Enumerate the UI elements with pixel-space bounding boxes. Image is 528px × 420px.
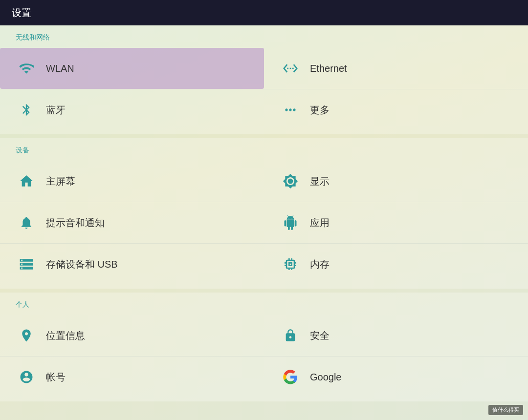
- section-device: 设备 主屏幕 显示: [0, 138, 528, 289]
- setting-item-memory[interactable]: 内存: [264, 243, 528, 285]
- google-icon: [280, 366, 301, 388]
- bluetooth-label: 蓝牙: [46, 104, 66, 117]
- lock-icon: [280, 325, 301, 346]
- memory-icon: [280, 253, 301, 275]
- personal-grid: 位置信息 安全 帐号: [0, 315, 528, 398]
- storage-label: 存储设备和 USB: [46, 258, 118, 271]
- setting-item-notification[interactable]: 提示音和通知: [0, 202, 264, 243]
- memory-label: 内存: [310, 258, 330, 271]
- section-wireless: 无线和网络 WLAN Ethernet: [0, 25, 528, 134]
- location-icon: [16, 325, 37, 346]
- location-label: 位置信息: [46, 329, 85, 342]
- setting-item-google[interactable]: Google: [264, 356, 528, 398]
- setting-item-more[interactable]: 更多: [264, 89, 528, 130]
- more-label: 更多: [310, 104, 330, 117]
- ethernet-icon: [280, 58, 301, 79]
- setting-item-apps[interactable]: 应用: [264, 202, 528, 243]
- page-title: 设置: [12, 6, 31, 20]
- section-header-personal: 个人: [0, 300, 528, 315]
- ethernet-label: Ethernet: [310, 63, 347, 74]
- setting-item-accounts[interactable]: 帐号: [0, 356, 264, 398]
- setting-item-home[interactable]: 主屏幕: [0, 161, 264, 202]
- display-label: 显示: [310, 175, 330, 188]
- accounts-label: 帐号: [46, 371, 66, 384]
- setting-item-bluetooth[interactable]: 蓝牙: [0, 89, 264, 130]
- bluetooth-icon: [16, 99, 37, 121]
- section-header-device: 设备: [0, 146, 528, 161]
- setting-item-storage[interactable]: 存储设备和 USB: [0, 243, 264, 285]
- device-grid: 主屏幕 显示 提示音和通知: [0, 161, 528, 285]
- settings-content: 无线和网络 WLAN Ethernet: [0, 25, 528, 401]
- wlan-label: WLAN: [46, 63, 74, 74]
- display-icon: [280, 170, 301, 192]
- google-label: Google: [310, 372, 342, 383]
- home-label: 主屏幕: [46, 175, 75, 188]
- title-bar: 设置: [0, 0, 528, 25]
- watermark: 值什么得买: [488, 405, 523, 415]
- section-header-wireless: 无线和网络: [0, 33, 528, 48]
- setting-item-location[interactable]: 位置信息: [0, 315, 264, 356]
- storage-icon: [16, 253, 37, 275]
- home-icon: [16, 170, 37, 192]
- wireless-grid: WLAN Ethernet 蓝牙: [0, 48, 528, 130]
- setting-item-wlan[interactable]: WLAN: [0, 48, 264, 89]
- person-icon: [16, 366, 37, 388]
- wifi-icon: [16, 58, 37, 79]
- android-icon: [280, 212, 301, 233]
- apps-label: 应用: [310, 216, 330, 230]
- more-icon: [280, 99, 301, 121]
- setting-item-security[interactable]: 安全: [264, 315, 528, 356]
- security-label: 安全: [310, 329, 330, 342]
- section-personal: 个人 位置信息 安全: [0, 293, 528, 401]
- bell-icon: [16, 212, 37, 233]
- notification-label: 提示音和通知: [46, 216, 105, 230]
- setting-item-display[interactable]: 显示: [264, 161, 528, 202]
- setting-item-ethernet[interactable]: Ethernet: [264, 48, 528, 89]
